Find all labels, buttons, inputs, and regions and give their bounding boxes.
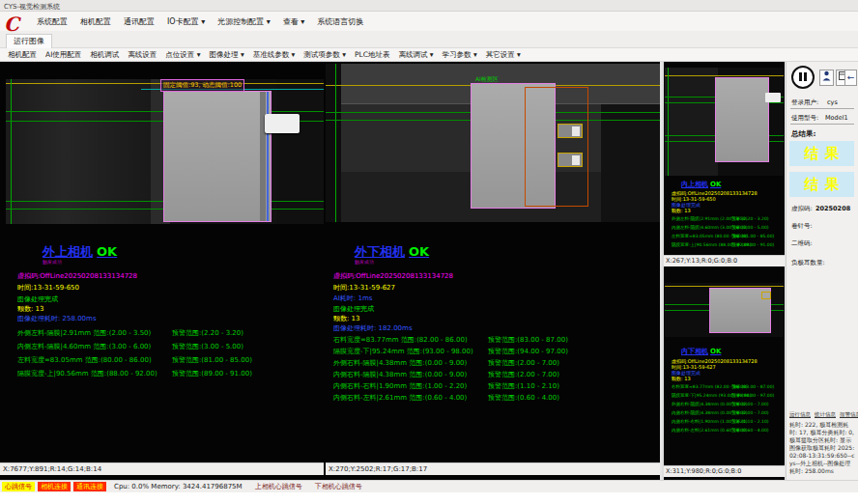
result-badge-bottom: 结果 — [789, 172, 854, 197]
app-logo-icon: C — [4, 13, 29, 38]
cell-roi-box — [163, 91, 272, 222]
user-lock-button[interactable] — [819, 70, 834, 86]
tab-bright-spot — [572, 126, 580, 136]
toolbar-item[interactable]: AI使用配置 — [45, 50, 81, 60]
machine-background — [665, 68, 718, 176]
time-text: 时间:13-31-59-627 — [333, 283, 395, 293]
warning-range: 预警范围:(94.00 - 97.00) — [488, 347, 568, 356]
measure-row: 外侧左料-隔膜|2.91mm (2.00 - 3.50)预警:(2.20 - 3… — [672, 216, 751, 225]
mid-camera-canvas[interactable]: AI检测区 — [326, 64, 660, 222]
measure-value: 隔膜宽度-上|90.56mm 范围:(88.00 - 92.00) — [17, 370, 157, 378]
menu-item[interactable]: IO卡配置 ▾ — [167, 16, 205, 27]
toolbar-item[interactable]: 相机调试 — [90, 50, 119, 60]
camera-name: 内上相机 — [681, 181, 708, 188]
cpu-memory-text: Cpu: 0.0% Memory: 3424.41796875M — [114, 483, 243, 490]
menu-item[interactable]: 系统配置 — [37, 16, 68, 27]
barcode-text: 虚拟码:OffLine20250208133134728 — [17, 271, 137, 281]
tab-highlight — [558, 124, 583, 138]
toolbar-item[interactable]: 基准线参数 ▾ — [253, 50, 296, 60]
toolbar-item[interactable]: 相机配置 — [8, 50, 37, 60]
mini-top-canvas[interactable] — [665, 68, 784, 176]
warning-range: 预警:(2.20 - 3.20) — [731, 216, 769, 221]
info-tab[interactable]: 报警信息 — [840, 411, 858, 418]
count-text: 颗数: 13 — [17, 304, 44, 314]
left-camera-canvas[interactable]: 固定阈值:93, 动态阈值:100 — [6, 79, 324, 224]
user-icon — [822, 70, 831, 81]
mini-top-status-bar: X:267;Y:13;R:0;G:0;B:0 — [664, 255, 785, 266]
baseline-yellow — [665, 75, 784, 76]
total-result-label: 总结果: — [791, 129, 816, 139]
machine-background — [601, 104, 660, 222]
tab-bar: 运行图像 — [0, 31, 858, 48]
pause-icon — [799, 72, 802, 81]
toolbar-item[interactable]: 离线调试 ▾ — [398, 50, 433, 60]
mini-bottom-view[interactable]: 内下相机OK 虚拟码:OffLine20250208133134728 时间:1… — [664, 269, 785, 480]
baseline-yellow — [665, 286, 784, 287]
mid-panel-status-bar: X:270;Y:2502;R:17;G:17;B:17 — [326, 462, 660, 475]
machine-background — [6, 79, 151, 224]
info-tab[interactable]: 运行信息 — [789, 411, 811, 418]
back-arrow-icon: ← — [847, 72, 855, 82]
model-value: Model1 — [825, 114, 848, 122]
mini-bottom-canvas[interactable] — [665, 283, 784, 337]
ref-line-vertical — [11, 79, 12, 224]
toolbar-item[interactable]: PLC地址表 — [355, 50, 389, 60]
toolbar-item[interactable]: 图像处理 ▾ — [210, 50, 244, 60]
comm-connect-badge: 通讯连接 — [73, 482, 106, 491]
measure-row: 隔膜宽度-上|90.56mm (88.00 - 92.00)预警:(89.00 … — [672, 242, 751, 251]
measurement-list: 外侧左料-隔膜|2.91mm (2.00 - 3.50)预警:(2.20 - 3… — [672, 216, 751, 251]
tab-highlight — [558, 153, 583, 167]
menu-item[interactable]: 查看 ▾ — [283, 16, 305, 27]
menu-item[interactable]: 光源控制配置 ▾ — [217, 16, 271, 27]
warning-range: 预警:(83.00 - 87.00) — [731, 384, 774, 389]
measure-value: 内侧右料-左料|2.61mm 范围:(0.60 - 4.00) — [333, 394, 467, 402]
menu-item[interactable]: 相机配置 — [80, 16, 111, 27]
result-ok-text: OK — [710, 181, 721, 188]
app-window: CYS-视觉检测系统 C 系统配置 相机配置 通讯配置 IO卡配置 ▾ 光源控制… — [0, 0, 858, 504]
measurement-list: 右料宽度=83.77mm 范围:(82.00 - 86.00)预警范围:(83.… — [333, 335, 473, 405]
time-text: 时间:13-31-59-650 — [17, 283, 79, 293]
threshold-overlay-label: 固定阈值:93, 动态阈值:100 — [160, 79, 244, 92]
edge-line-blue — [267, 92, 269, 221]
info-tab-bar: 运行信息 统计信息 报警信息 — [789, 411, 858, 418]
ai-detect-box — [525, 87, 588, 207]
warning-range: 预警范围:(2.00 - 7.00) — [488, 358, 559, 368]
mini-top-view[interactable]: 内上相机OK 虚拟码:OffLine20250208133134728 时间:1… — [664, 62, 785, 267]
menu-item[interactable]: 系统语言切换 — [317, 16, 363, 27]
info-tab[interactable]: 统计信息 — [815, 411, 836, 418]
warning-range: 预警:(81.00 - 85.00) — [731, 234, 774, 238]
left-panel-status-bar: X:7677;Y:891;R:14;G:14;B:14 — [0, 462, 324, 475]
warning-range: 预警:(89.00 - 91.00) — [731, 242, 774, 247]
toolbar-item[interactable]: 测试项参数 ▾ — [303, 50, 346, 60]
measure-row: 内侧右料-隔膜|4.38mm 范围:(0.00 - 9.00)预警范围:(2.0… — [333, 370, 473, 381]
model-label: 使用型号: — [791, 114, 818, 123]
warning-range: 预警:(3.00 - 5.00) — [731, 225, 769, 230]
warning-range: 预警:(2.00 - 7.00) — [731, 410, 769, 415]
pause-button[interactable] — [791, 66, 815, 89]
warning-range: 预警:(0.60 - 4.00) — [731, 428, 769, 433]
ai-elapsed-text: AI耗时: 1ms — [333, 294, 372, 303]
cell-edge-shade — [260, 92, 266, 221]
title-bar: CYS-视觉检测系统 — [0, 0, 858, 12]
camera-connect-badge: 相机连接 — [38, 482, 71, 491]
barcode-text: 虚拟码:OffLine20250208133134728 — [333, 271, 453, 281]
warning-range: 预警范围:(2.20 - 3.20) — [172, 328, 243, 338]
warning-range: 预警范围:(81.00 - 85.00) — [172, 355, 252, 365]
toolbar-item[interactable]: 学习参数 ▾ — [443, 50, 477, 60]
warning-range: 预警范围:(0.60 - 4.00) — [488, 393, 559, 403]
process-done-text: 图像处理完成 — [17, 294, 58, 304]
measure-row: 左料宽度=83.05mm (80.00 - 86.00)预警:(81.00 - … — [672, 234, 751, 242]
virtual-code-value: 20250208 — [815, 205, 850, 212]
toolbar-item[interactable]: 离线设置 — [128, 50, 157, 60]
toolbar-item[interactable]: 其它设置 ▾ — [486, 50, 521, 60]
menu-item[interactable]: 通讯配置 — [124, 16, 155, 27]
result-ok-text: OK — [97, 244, 117, 259]
toolbar-item[interactable]: 点位设置 ▾ — [165, 50, 200, 60]
measure-value: 内侧右料-隔膜|4.38mm 范围:(0.00 - 9.00) — [333, 371, 467, 378]
back-button[interactable]: ← — [844, 70, 857, 86]
measure-row: 隔膜宽度-下|95.24mm 范围:(93.00 - 98.00)预警范围:(9… — [333, 347, 473, 358]
measure-row: 外侧左料-隔膜|2.91mm 范围:(2.00 - 3.50)预警范围:(2.2… — [17, 328, 157, 342]
tab-bright-spot — [572, 155, 580, 165]
mini-bottom-title: 内下相机OK — [681, 347, 721, 356]
mini-top-title: 内上相机OK — [681, 180, 721, 189]
